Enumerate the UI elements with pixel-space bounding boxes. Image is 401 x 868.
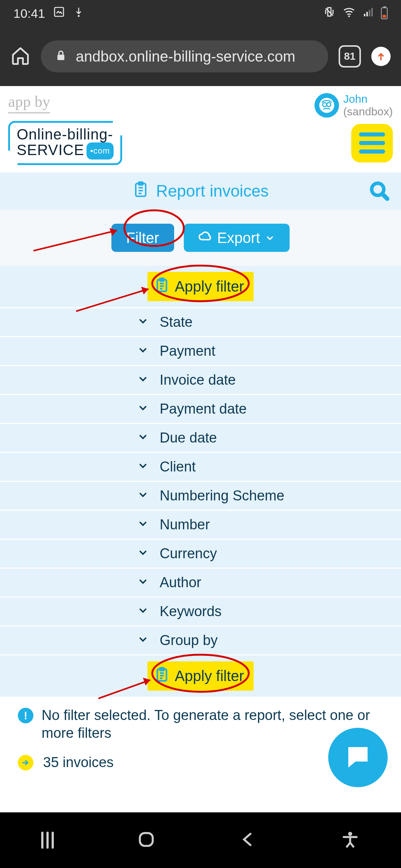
user-env: (sandbox) [343, 105, 393, 118]
user-chip[interactable]: John (sandbox) [314, 93, 393, 118]
chat-fab[interactable] [328, 728, 388, 787]
invoice-count: 35 invoices [43, 754, 114, 770]
chevron-down-icon [137, 343, 149, 359]
page-title-bar: Report invoices [0, 172, 401, 210]
filter-row-number[interactable]: Number [0, 510, 401, 539]
chevron-down-icon [137, 459, 149, 475]
filter-label: Author [160, 575, 201, 591]
download-icon [73, 6, 84, 21]
filter-label: Currency [160, 546, 217, 562]
vibrate-icon [323, 6, 336, 21]
chevron-down-icon [137, 517, 149, 533]
filter-accordion: StatePaymentInvoice datePayment dateDue … [0, 307, 401, 654]
app-by-label: app by [8, 93, 50, 114]
filter-label: Group by [160, 632, 218, 648]
chevron-down-icon [137, 430, 149, 446]
signal-icon [362, 6, 374, 21]
svg-rect-5 [369, 10, 370, 16]
filter-row-currency[interactable]: Currency [0, 539, 401, 568]
android-nav-bar [0, 812, 401, 868]
apply-filter-row-bottom: Apply filter [0, 654, 401, 697]
search-icon[interactable] [369, 181, 390, 201]
clipboard-icon [154, 277, 170, 296]
svg-point-2 [348, 16, 350, 17]
arrow-right-icon [18, 755, 33, 770]
clipboard-icon [154, 667, 170, 685]
cloud-icon [199, 230, 212, 246]
image-icon [53, 6, 65, 21]
chevron-down-icon [137, 401, 149, 417]
filter-button[interactable]: Filter [111, 224, 174, 252]
svg-rect-4 [366, 12, 368, 16]
svg-rect-6 [371, 8, 373, 16]
chevron-down-icon [265, 230, 275, 246]
apply-filter-button[interactable]: Apply filter [147, 661, 254, 691]
user-name: John [343, 93, 393, 105]
chevron-down-icon [137, 575, 149, 591]
lock-icon [55, 48, 67, 65]
tab-count-badge[interactable]: 81 [339, 45, 361, 68]
svg-point-1 [78, 15, 80, 17]
filter-row-client[interactable]: Client [0, 452, 401, 481]
filter-label: Numbering Scheme [160, 488, 284, 504]
avatar-icon [314, 93, 339, 118]
chevron-down-icon [137, 314, 149, 330]
filter-label: Payment date [160, 401, 247, 417]
battery-icon [381, 7, 388, 19]
status-clock: 10:41 [13, 6, 45, 21]
chevron-down-icon [137, 488, 149, 504]
url-text: andbox.online-billing-service.com [76, 48, 295, 65]
hamburger-menu-icon[interactable] [351, 124, 393, 162]
info-icon: ! [18, 708, 33, 723]
filter-label: Keywords [160, 604, 222, 619]
filter-row-numbering-scheme[interactable]: Numbering Scheme [0, 481, 401, 510]
filter-label: Number [160, 517, 210, 533]
filter-row-group-by[interactable]: Group by [0, 625, 401, 654]
filter-row-keywords[interactable]: Keywords [0, 596, 401, 625]
chevron-down-icon [137, 546, 149, 562]
app-header: app by John (sandbox) [0, 86, 401, 119]
svg-rect-27 [140, 833, 153, 846]
apply-filter-button[interactable]: Apply filter [147, 272, 254, 301]
chevron-down-icon [137, 632, 149, 648]
filter-row-invoice-date[interactable]: Invoice date [0, 365, 401, 394]
svg-line-25 [98, 680, 150, 698]
logo-row: Online-billing- SERVICE•com [0, 119, 401, 172]
info-message: No filter selected. To generate a report… [42, 706, 383, 742]
svg-point-28 [348, 832, 352, 836]
svg-rect-7 [58, 55, 65, 60]
recents-button[interactable] [41, 832, 54, 849]
browser-toolbar: andbox.online-billing-service.com 81 [0, 27, 401, 86]
filter-row-state[interactable]: State [0, 307, 401, 336]
update-badge-icon[interactable] [371, 47, 391, 66]
site-logo[interactable]: Online-billing- SERVICE•com [8, 121, 122, 165]
svg-line-15 [33, 230, 117, 251]
apply-filter-row-top: Apply filter [0, 266, 401, 307]
android-status-bar: 10:41 [0, 0, 401, 27]
back-button[interactable] [238, 830, 258, 851]
page-title: Report invoices [156, 182, 268, 200]
filter-row-payment-date[interactable]: Payment date [0, 394, 401, 423]
filter-row-author[interactable]: Author [0, 568, 401, 596]
svg-rect-3 [364, 14, 365, 16]
filter-label: Due date [160, 430, 217, 446]
filter-label: Invoice date [160, 372, 236, 388]
export-button[interactable]: Export [184, 224, 290, 252]
filter-row-payment[interactable]: Payment [0, 336, 401, 365]
filter-row-due-date[interactable]: Due date [0, 423, 401, 452]
accessibility-button[interactable] [340, 830, 360, 851]
url-bar[interactable]: andbox.online-billing-service.com [41, 40, 328, 72]
home-icon[interactable] [10, 46, 30, 67]
button-row: Filter Export [0, 210, 401, 266]
filter-label: Client [160, 459, 196, 475]
filter-label: Payment [160, 343, 215, 359]
wifi-icon [342, 5, 356, 22]
filter-label: State [160, 314, 193, 330]
home-button[interactable] [137, 830, 156, 851]
chevron-down-icon [137, 604, 149, 619]
clipboard-icon [132, 181, 149, 201]
chat-icon [343, 742, 372, 773]
chevron-down-icon [137, 372, 149, 388]
